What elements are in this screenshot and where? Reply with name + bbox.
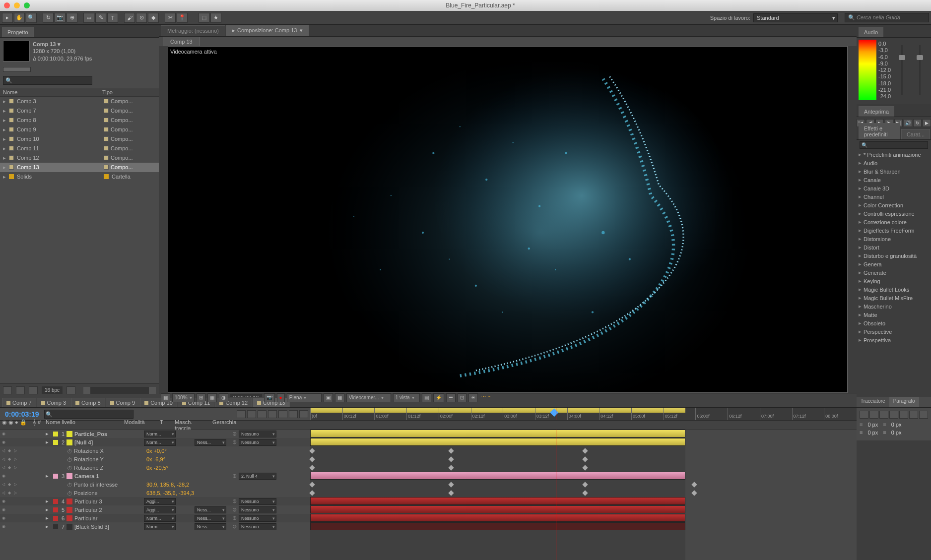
effect-category[interactable]: ▸Magic Bullet Looks — [857, 285, 931, 294]
pan-behind-tool-icon[interactable]: ⊕ — [66, 13, 77, 23]
new-folder-icon[interactable] — [16, 386, 25, 394]
effect-category[interactable]: ▸Controlli espressione — [857, 209, 931, 218]
column-header-name[interactable]: Nome — [3, 89, 102, 95]
timeline-timecode[interactable]: 0:00:03:19 — [2, 410, 42, 418]
timeline-tab[interactable]: Comp 10 — [140, 398, 177, 407]
project-item[interactable]: ▸ Comp 11 Compo... — [0, 144, 159, 153]
tracker-tab[interactable]: Tracciatore — [857, 397, 889, 407]
pen-tool-icon[interactable]: ✎ — [95, 13, 106, 23]
tl-option-2-icon[interactable] — [247, 410, 256, 418]
audio-fader-right[interactable] — [919, 45, 921, 95]
character-tab[interactable]: Carat... — [901, 129, 930, 139]
effect-category[interactable]: ▸Correzione colore — [857, 218, 931, 226]
effect-category[interactable]: ▸Keying — [857, 277, 931, 285]
timeline-layer[interactable]: ◉ ▸ 4 Particular 3 Aggi... ⊚Nessuno — [0, 497, 310, 505]
project-item[interactable]: ▸ Comp 10 Compo... — [0, 134, 159, 144]
project-item[interactable]: ▸ Comp 12 Compo... — [0, 153, 159, 163]
new-comp-icon[interactable] — [29, 386, 38, 394]
preview-tab[interactable]: Anteprima — [859, 106, 894, 117]
tl-option-7-icon[interactable] — [299, 410, 308, 418]
tl-option-3-icon[interactable] — [258, 410, 266, 418]
tl-option-4-icon[interactable] — [268, 410, 277, 418]
timeline-tab[interactable]: Comp 9 — [106, 398, 140, 407]
transparency-icon[interactable]: ▦ — [335, 393, 344, 402]
effect-category[interactable]: ▸Distorsione — [857, 235, 931, 243]
grid-icon[interactable]: ⊞ — [197, 393, 205, 402]
pixel-aspect-icon[interactable]: ▤ — [422, 393, 431, 402]
layer-property[interactable]: ◁◆▷ ⏱Rotazione X 0x +0,0° — [0, 446, 310, 455]
effect-category[interactable]: ▸Obsoleto — [857, 319, 931, 327]
option-2-icon[interactable]: ★ — [210, 13, 221, 23]
layer-property[interactable]: ◁◆▷ ⏱Posizione 638,5, -35,6, -394,3 — [0, 489, 310, 497]
effects-search-input[interactable] — [860, 141, 928, 149]
column-header-type[interactable]: Tipo — [102, 89, 113, 95]
align-center-icon[interactable] — [869, 411, 878, 419]
effects-tab[interactable]: Effetti e predefiniti — [859, 123, 900, 139]
fast-preview-icon[interactable]: ⚡ — [433, 393, 444, 402]
timeline-layer[interactable]: ◉ ▸ 5 Particular 2 Aggi... Ness... ⊚Ness… — [0, 505, 310, 514]
effect-category[interactable]: ▸Canale — [857, 176, 931, 184]
project-item[interactable]: ▸ Comp 7 Compo... — [0, 106, 159, 116]
brush-tool-icon[interactable]: 🖌 — [124, 13, 135, 23]
tl-option-5-icon[interactable] — [278, 410, 287, 418]
close-window-icon[interactable] — [4, 2, 10, 8]
project-item[interactable]: ▸ Comp 9 Compo... — [0, 125, 159, 134]
indent-first[interactable]: 0 px — [867, 430, 878, 436]
audio-fader-left[interactable] — [901, 45, 903, 95]
project-search-input[interactable] — [3, 76, 92, 85]
align-right-icon[interactable] — [879, 411, 888, 419]
delete-icon[interactable] — [66, 386, 75, 394]
effect-category[interactable]: ▸Color Correction — [857, 201, 931, 209]
effect-category[interactable]: ▸Matte — [857, 311, 931, 319]
zoom-tool-icon[interactable]: 🔍 — [26, 13, 37, 23]
rectangle-tool-icon[interactable]: ▭ — [83, 13, 94, 23]
project-tab[interactable]: Progetto — [2, 27, 34, 37]
effect-category[interactable]: ▸Blur & Sharpen — [857, 167, 931, 176]
views-dropdown[interactable]: 1 vista — [393, 393, 420, 402]
track-area[interactable] — [310, 430, 857, 560]
flowchart-icon[interactable]: ⊡ — [458, 393, 466, 402]
zoom-dropdown[interactable]: 100% — [172, 393, 195, 402]
timeline-tab[interactable]: Comp 8 — [71, 398, 105, 407]
justify-center-icon[interactable] — [899, 411, 908, 419]
effect-category[interactable]: ▸Perspective — [857, 327, 931, 336]
channel-icon[interactable]: ● — [277, 393, 285, 402]
layer-property[interactable]: ◁◆▷ ⏱Rotazione Y 0x -6,9° — [0, 455, 310, 463]
selected-comp-name[interactable]: Comp 13 ▾ — [33, 41, 92, 48]
project-item[interactable]: ▸ Solids Cartella — [0, 172, 159, 182]
interpret-footage-icon[interactable] — [3, 386, 12, 394]
exposure-reset-icon[interactable]: ☀ — [468, 393, 478, 402]
timeline-layer[interactable]: ◉ ▸ 2 [Null 4] Norm... Ness... ⊚Nessuno — [0, 438, 310, 446]
camera-tool-icon[interactable]: 📷 — [55, 13, 66, 23]
workspace-dropdown[interactable]: Standard — [753, 13, 838, 22]
timeline-tab[interactable]: Comp 3 — [37, 398, 71, 407]
resolution-dropdown[interactable]: Piena — [287, 393, 322, 402]
comp-subtab[interactable]: Comp 13 — [163, 37, 200, 46]
loop-icon[interactable]: ↻ — [913, 119, 922, 127]
tl-option-6-icon[interactable] — [289, 410, 298, 418]
effect-category[interactable]: ▸Generate — [857, 268, 931, 277]
timeline-layer[interactable]: ◉ ▸ 3 Camera 1 ⊚2. Null 4 — [0, 472, 310, 480]
layer-property[interactable]: ◁◆▷ ⏱Rotazione Z 0x -20,5° — [0, 463, 310, 472]
hand-tool-icon[interactable]: ✋ — [14, 13, 25, 23]
timeline-layer[interactable]: ◉ ▸ 6 Particular Norm... Ness... ⊚Nessun… — [0, 514, 310, 522]
indent-right[interactable]: 0 px — [891, 422, 902, 428]
effect-category[interactable]: ▸Disturbo e granulosità — [857, 251, 931, 260]
indent-left[interactable]: 0 px — [867, 422, 878, 428]
effect-category[interactable]: ▸Digieffects FreeForm — [857, 226, 931, 235]
timeline-search-input[interactable] — [44, 410, 133, 419]
eraser-tool-icon[interactable]: ◆ — [148, 13, 159, 23]
align-left-icon[interactable] — [860, 411, 868, 419]
paragraph-tab[interactable]: Paragrafo — [889, 397, 919, 407]
timeline-layer[interactable]: ◉ ▸ 7 [Black Solid 3] Norm... Ness... ⊚N… — [0, 522, 310, 531]
text-tool-icon[interactable]: T — [107, 13, 118, 23]
project-item[interactable]: ▸ Comp 3 Compo... — [0, 97, 159, 106]
effect-category[interactable]: ▸* Predefiniti animazione — [857, 150, 931, 159]
camera-dropdown[interactable]: Videocamer... — [346, 393, 391, 402]
justify-left-icon[interactable] — [889, 411, 898, 419]
help-search-input[interactable]: Cerca nella Guida — [845, 13, 929, 22]
option-1-icon[interactable]: ⬚ — [199, 13, 209, 23]
roi-icon[interactable]: ▣ — [324, 393, 333, 402]
effect-category[interactable]: ▸Magic Bullet MisFire — [857, 294, 931, 302]
color-depth-button[interactable]: 16 bpc — [42, 386, 63, 394]
